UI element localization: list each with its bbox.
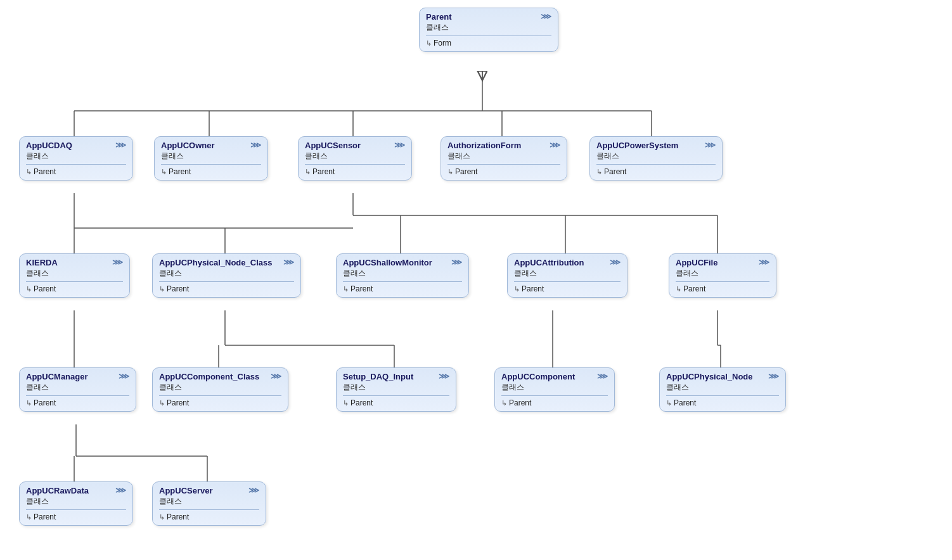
class-box-appucfile[interactable]: AppUCFile ⋙ 클래스 Parent [669,253,776,298]
class-name-setup-daq-input: Setup_DAQ_Input [343,372,413,381]
stereotype-appucpowersystem: 클래스 [596,151,716,162]
attr-appuccomponent: Parent [501,398,608,407]
stereotype-authorizationform: 클래스 [447,151,560,162]
stereotype-appucfile: 클래스 [676,268,769,279]
stereotype-appuccomponent-class: 클래스 [159,382,281,393]
class-name-appucshallowmonitor: AppUCShallowMonitor [343,258,432,267]
attr-appucshallowmonitor: Parent [343,284,462,293]
class-name-appucpowersystem: AppUCPowerSystem [596,141,678,150]
attr-appucdaq: Parent [26,167,126,176]
stereotype-appucshallowmonitor: 클래스 [343,268,462,279]
class-name-appuccomponent: AppUCComponent [501,372,575,381]
class-name-appucphysical-node-class: AppUCPhysical_Node_Class [159,258,272,267]
attr-authorizationform: Parent [447,167,560,176]
class-box-appucdaq[interactable]: AppUCDAQ ⋙ 클래스 Parent [19,136,133,181]
stereotype-appucsensor: 클래스 [305,151,405,162]
stereotype-appucrawdata: 클래스 [26,496,126,507]
class-box-appucsensor[interactable]: AppUCSensor ⋙ 클래스 Parent [298,136,412,181]
class-box-appucattribution[interactable]: AppUCAttribution ⋙ 클래스 Parent [507,253,627,298]
class-name-appuccomponent-class: AppUCComponent_Class [159,372,259,381]
stereotype-appucphysical-node: 클래스 [666,382,779,393]
attr-setup-daq-input: Parent [343,398,449,407]
stereotype-parent: 클래스 [426,22,551,33]
class-box-appucpowersystem[interactable]: AppUCPowerSystem ⋙ 클래스 Parent [589,136,723,181]
class-box-appucshallowmonitor[interactable]: AppUCShallowMonitor ⋙ 클래스 Parent [336,253,469,298]
attr-appucowner: Parent [161,167,261,176]
class-box-appucrawdata[interactable]: AppUCRawData ⋙ 클래스 Parent [19,481,133,526]
class-name-appucfile: AppUCFile [676,258,717,267]
stereotype-appucmanager: 클래스 [26,382,129,393]
class-box-appucphysical-node-class[interactable]: AppUCPhysical_Node_Class ⋙ 클래스 Parent [152,253,301,298]
attr-appucserver: Parent [159,512,259,521]
class-name-appucserver: AppUCServer [159,486,213,495]
attr-appucsensor: Parent [305,167,405,176]
attr-appucphysical-node-class: Parent [159,284,294,293]
attr-appucphysical-node: Parent [666,398,779,407]
class-name-authorizationform: AuthorizationForm [447,141,521,150]
class-name-appucattribution: AppUCAttribution [514,258,584,267]
attr-parent: Form [426,39,551,48]
class-box-parent[interactable]: Parent ⋙ 클래스 Form [419,8,558,52]
class-name-parent: Parent [426,12,451,22]
class-name-kierda: KIERDA [26,258,58,267]
attr-appucpowersystem: Parent [596,167,716,176]
attr-appuccomponent-class: Parent [159,398,281,407]
stereotype-appucphysical-node-class: 클래스 [159,268,294,279]
class-name-appucphysical-node: AppUCPhysical_Node [666,372,753,381]
stereotype-appucserver: 클래스 [159,496,259,507]
class-box-kierda[interactable]: KIERDA ⋙ 클래스 Parent [19,253,130,298]
class-box-appucmanager[interactable]: AppUCManager ⋙ 클래스 Parent [19,367,136,412]
stereotype-appucattribution: 클래스 [514,268,621,279]
stereotype-appuccomponent: 클래스 [501,382,608,393]
class-box-appuccomponent[interactable]: AppUCComponent ⋙ 클래스 Parent [494,367,615,412]
attr-appucattribution: Parent [514,284,621,293]
stereotype-kierda: 클래스 [26,268,123,279]
class-name-appucsensor: AppUCSensor [305,141,361,150]
class-name-appucmanager: AppUCManager [26,372,88,381]
class-box-appucowner[interactable]: AppUCOwner ⋙ 클래스 Parent [154,136,268,181]
attr-appucrawdata: Parent [26,512,126,521]
stereotype-appucdaq: 클래스 [26,151,126,162]
class-name-appucrawdata: AppUCRawData [26,486,89,495]
class-name-appucdaq: AppUCDAQ [26,141,72,150]
class-box-setup-daq-input[interactable]: Setup_DAQ_Input ⋙ 클래스 Parent [336,367,456,412]
class-box-authorizationform[interactable]: AuthorizationForm ⋙ 클래스 Parent [441,136,567,181]
class-box-appucserver[interactable]: AppUCServer ⋙ 클래스 Parent [152,481,266,526]
diagram-container: Parent ⋙ 클래스 Form AppUCDAQ ⋙ 클래스 Parent … [0,0,952,560]
connections-svg [0,0,952,560]
stereotype-appucowner: 클래스 [161,151,261,162]
class-box-appuccomponent-class[interactable]: AppUCComponent_Class ⋙ 클래스 Parent [152,367,288,412]
class-box-appucphysical-node[interactable]: AppUCPhysical_Node ⋙ 클래스 Parent [659,367,786,412]
stereotype-setup-daq-input: 클래스 [343,382,449,393]
attr-kierda: Parent [26,284,123,293]
class-name-appucowner: AppUCOwner [161,141,215,150]
attr-appucmanager: Parent [26,398,129,407]
attr-appucfile: Parent [676,284,769,293]
chevron-parent: ⋙ [541,12,551,21]
